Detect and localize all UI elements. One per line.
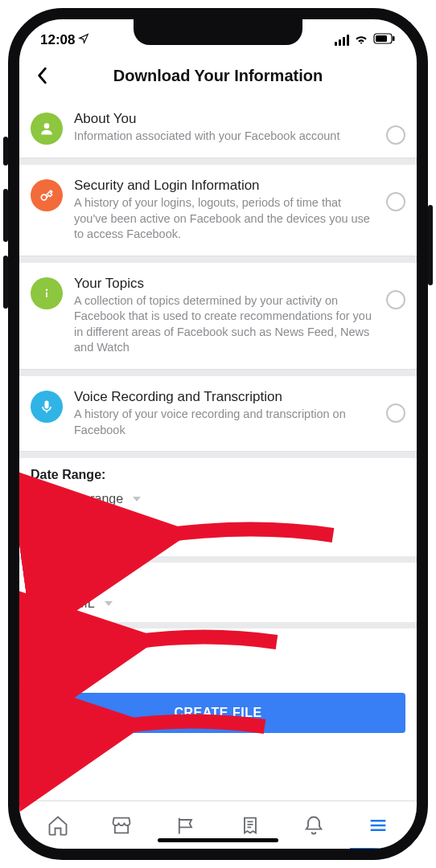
signal-icon — [335, 35, 349, 46]
item-title: Voice Recording and Transcription — [74, 389, 375, 405]
svg-point-3 — [44, 123, 50, 129]
divider — [19, 158, 417, 165]
info-icon — [31, 277, 63, 309]
tab-notifications[interactable] — [302, 813, 326, 837]
divider — [19, 622, 417, 628]
location-icon — [78, 32, 89, 48]
info-item-voice[interactable]: Voice Recording and Transcription A hist… — [19, 376, 417, 452]
folder-download-icon — [31, 593, 51, 614]
date-range-selector[interactable]: Date range — [31, 489, 405, 510]
divider — [19, 256, 417, 263]
tab-menu[interactable] — [366, 813, 390, 837]
info-item-about-you[interactable]: About You Information associated with yo… — [19, 98, 417, 158]
media-quality-selector[interactable]: High — [31, 659, 405, 680]
media-icon — [31, 659, 51, 680]
chevron-down-icon — [133, 497, 141, 502]
person-icon — [31, 113, 63, 145]
create-file-button[interactable]: CREATE FILE — [31, 693, 405, 733]
item-radio[interactable] — [386, 290, 405, 309]
battery-icon — [373, 32, 396, 48]
date-range-label: Date Range: — [31, 468, 405, 482]
media-quality-value: High — [60, 662, 86, 677]
tab-home[interactable] — [46, 813, 70, 837]
item-title: About You — [74, 111, 375, 127]
tab-news[interactable] — [238, 813, 262, 837]
date-range-start: Mar 1, 2021 — [60, 510, 405, 524]
date-range-end: Mar 16, 2021 — [60, 529, 405, 543]
item-title: Your Topics — [74, 276, 375, 292]
phone-notch — [134, 19, 302, 45]
main-content: About You Information associated with yo… — [19, 98, 417, 800]
item-desc: A history of your voice recording and tr… — [74, 407, 375, 438]
svg-rect-6 — [46, 292, 47, 297]
status-time: 12:08 — [40, 32, 75, 48]
svg-rect-9 — [35, 665, 46, 674]
item-desc: A history of your logins, logouts, perio… — [74, 195, 375, 243]
date-range-value: Date range — [60, 492, 123, 506]
page-header: Download Your Information — [19, 56, 417, 98]
format-block: Format: HTML — [19, 563, 417, 622]
divider — [19, 452, 417, 458]
wifi-icon — [354, 32, 368, 48]
item-radio[interactable] — [386, 403, 405, 423]
format-label: Format: — [31, 572, 405, 587]
divider — [19, 370, 417, 376]
item-desc: Information associated with your Faceboo… — [74, 129, 375, 145]
divider — [19, 556, 417, 563]
item-radio[interactable] — [386, 192, 405, 211]
svg-rect-2 — [393, 36, 395, 41]
tab-groups[interactable] — [174, 813, 198, 837]
item-desc: A collection of topics determined by you… — [74, 293, 375, 356]
phone-frame: 12:08 Download Your Information — [8, 8, 428, 860]
svg-point-5 — [46, 289, 48, 291]
mic-icon — [31, 391, 63, 423]
key-icon — [31, 179, 63, 211]
page-title: Download Your Information — [31, 67, 405, 85]
chevron-down-icon — [105, 601, 113, 606]
format-selector[interactable]: HTML — [31, 593, 405, 614]
chevron-down-icon — [96, 667, 104, 672]
info-item-topics[interactable]: Your Topics A collection of topics deter… — [19, 263, 417, 370]
home-indicator[interactable] — [158, 838, 278, 842]
media-quality-block: Media Quality: High — [19, 628, 417, 688]
svg-rect-7 — [45, 400, 49, 408]
info-item-security[interactable]: Security and Login Information A history… — [19, 165, 417, 256]
date-range-block: Date Range: Date range Mar 1, 2021 Mar 1… — [19, 458, 417, 556]
tab-marketplace[interactable] — [109, 813, 134, 837]
item-title: Security and Login Information — [74, 178, 375, 194]
format-value: HTML — [60, 596, 95, 611]
item-radio[interactable] — [386, 125, 405, 145]
clock-icon — [31, 489, 51, 510]
media-quality-label: Media Quality: — [31, 638, 405, 653]
svg-rect-1 — [376, 35, 387, 42]
